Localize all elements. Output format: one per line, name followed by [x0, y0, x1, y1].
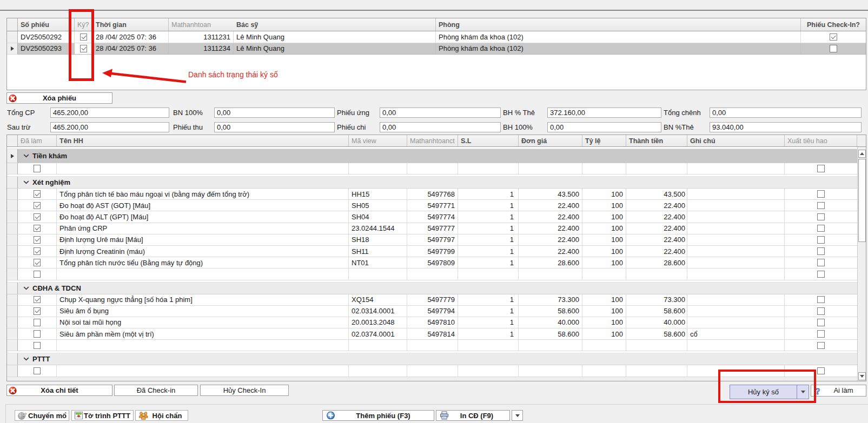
svg-text:?: ?: [816, 386, 820, 396]
